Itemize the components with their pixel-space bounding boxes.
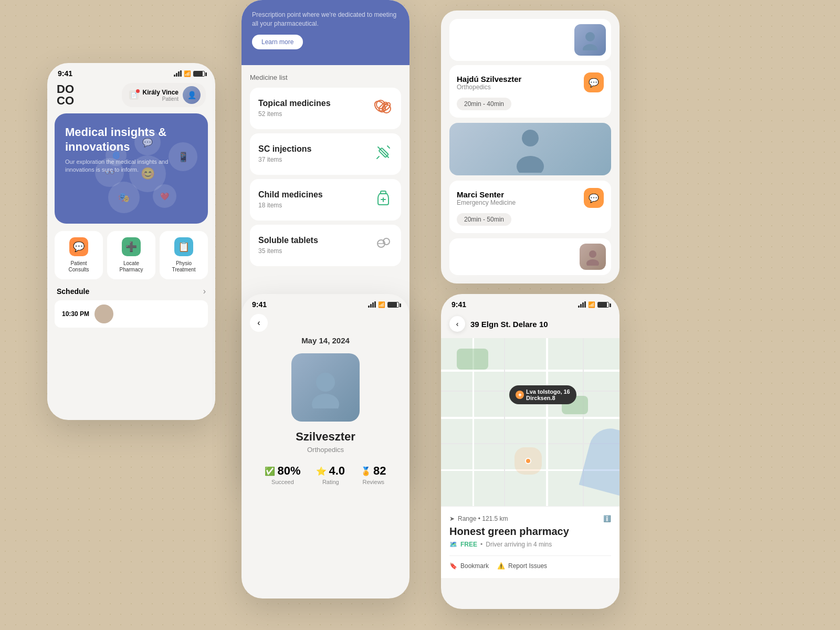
pharmacy-actions: 🔖 Bookmark ⚠️ Report Issues — [449, 555, 611, 570]
section-label: Medicine list — [250, 74, 401, 81]
svg-point-22 — [586, 259, 599, 266]
physio-treatment-button[interactable]: 📋 PhysioTreatment — [160, 231, 208, 279]
bookmark-button[interactable]: 🔖 Bookmark — [449, 562, 489, 570]
pharmacy-meta: 🗺️ FREE • Driver arriving in 4 mins — [449, 541, 611, 548]
stat-reviews-value: 🏅 82 — [361, 464, 386, 478]
doc-emoji: 📄 — [131, 92, 137, 98]
consults-icon: 💬 — [69, 237, 88, 256]
pharmacy-info: ➤ Range • 121.5 km ℹ️ Honest green pharm… — [441, 506, 620, 578]
heart-icon: ❤️ — [153, 184, 176, 208]
phone1-main: 9:41 📶 DOCO 📄 Király Vince Patient 👤 — [47, 63, 215, 420]
doctor-name: Szilveszter — [242, 430, 410, 444]
doctor-info-text-2: Marci Senter Emergency Medicine — [457, 190, 516, 206]
road-h1 — [441, 370, 620, 372]
doctor-info-1: Hajdú Szilveszter Orthopedics — [457, 75, 521, 91]
stat-rating-value: ⭐ 4.0 — [316, 464, 345, 478]
schedule-label: Schedule — [57, 287, 89, 296]
doctor-avatar-top — [574, 24, 606, 56]
report-button[interactable]: ⚠️ Report Issues — [497, 562, 547, 570]
schedule-item[interactable]: 10:30 PM — [55, 300, 208, 328]
locate-pharmacy-button[interactable]: ➕ LocatePharmacy — [107, 231, 155, 279]
hero-banner: Medical insights & innovations Our explo… — [55, 113, 208, 224]
signal-icon — [174, 70, 182, 77]
medicine-item-injections[interactable]: SC injections 37 items — [250, 133, 401, 175]
doctor-list-item-1[interactable]: Hajdú Szilveszter Orthopedics 💬 20min - … — [449, 65, 611, 118]
status-bar-3: 9:41 📶 — [242, 294, 410, 312]
driver-info: Driver arriving in 4 mins — [486, 541, 552, 548]
user-role: Patient — [143, 96, 178, 102]
medicine-name: SC injections — [258, 144, 311, 154]
patient-consults-button[interactable]: 💬 PatientConsults — [55, 231, 103, 279]
svg-point-19 — [522, 130, 539, 146]
back-button-4[interactable]: ‹ — [449, 316, 465, 332]
water-element — [579, 424, 620, 496]
tablet-icon — [374, 234, 393, 257]
svg-point-17 — [585, 32, 595, 41]
dot-sep: • — [480, 541, 482, 548]
hero-subtitle: Our exploration the medical insights and… — [65, 158, 197, 174]
chat-button-1[interactable]: 💬 — [584, 72, 604, 92]
time-badge-2: 20min - 50min — [457, 213, 511, 226]
status-icons-3: 📶 — [368, 301, 399, 308]
phone4-map: 9:41 📶 ‹ 39 Elgn St. Delare 10 — [441, 294, 620, 609]
svg-point-18 — [583, 44, 597, 50]
doctor-photo — [291, 353, 360, 422]
schedule-time: 10:30 PM — [62, 310, 89, 318]
map-container[interactable]: ✦ Lva tolstogo, 16Dircksen.8 — [441, 338, 620, 506]
schedule-avatar — [94, 304, 113, 323]
free-badge: FREE — [460, 541, 477, 548]
medicine-item-topical[interactable]: Topical medicines 52 items — [250, 88, 401, 129]
bookmark-icon: 🔖 — [449, 562, 457, 570]
user-info: Király Vince Patient — [143, 89, 178, 102]
bottle-icon — [374, 188, 393, 211]
medicine-name: Topical medicines — [258, 99, 331, 108]
svg-line-7 — [377, 156, 379, 159]
medicine-count: 35 items — [258, 247, 318, 255]
medicine-hero: Prescription point where we're dedicated… — [242, 0, 410, 65]
battery-icon-4 — [597, 302, 609, 308]
stat-rating-label: Rating — [316, 479, 345, 485]
medicine-count: 52 items — [258, 110, 331, 118]
schedule-arrow-icon[interactable]: › — [203, 287, 206, 296]
info-icon[interactable]: ℹ️ — [603, 515, 611, 522]
map-icon: 🗺️ — [449, 541, 457, 548]
doctor-name-1: Hajdú Szilveszter — [457, 75, 521, 83]
doctor-photo-large-1 — [449, 123, 611, 175]
svg-point-21 — [589, 250, 596, 258]
medicine-hero-desc: Prescription point where we're dedicated… — [252, 10, 399, 28]
status-icons-1: 📶 — [174, 70, 205, 77]
consults-label: PatientConsults — [59, 260, 99, 273]
medicine-item-info: Child medicines 18 items — [258, 190, 323, 209]
map-pin-label: Lva tolstogo, 16Dircksen.8 — [526, 388, 570, 401]
doctor-specialty: Orthopedics — [242, 446, 410, 454]
physio-label: PhysioTreatment — [164, 260, 204, 273]
doctor-row-2: Marci Senter Emergency Medicine 💬 — [457, 188, 604, 208]
doctor-specialty-1: Orthopedics — [457, 83, 521, 91]
medicine-item-tablets[interactable]: Soluble tablets 35 items — [250, 225, 401, 266]
chat-button-2[interactable]: 💬 — [584, 188, 604, 208]
user-pill[interactable]: 📄 Király Vince Patient 👤 — [122, 83, 206, 107]
stat-rating: ⭐ 4.0 Rating — [316, 464, 345, 485]
status-bar-4: 9:41 📶 — [441, 294, 620, 312]
battery-icon — [193, 71, 205, 77]
back-button-3[interactable]: ‹ — [250, 314, 268, 332]
stat-reviews: 🏅 82 Reviews — [361, 464, 386, 485]
stat-succeed-label: Succeed — [265, 479, 300, 485]
learn-more-button[interactable]: Learn more — [252, 35, 303, 49]
medicine-item-child[interactable]: Child medicines 18 items — [250, 179, 401, 220]
range-text: Range • 121.5 km — [458, 515, 508, 522]
medicine-list: Medicine list Topical medicines 52 items — [242, 65, 410, 279]
time-badge-1: 20min - 40min — [457, 98, 511, 110]
medicine-item-info: Topical medicines 52 items — [258, 99, 331, 118]
status-time-4: 9:41 — [452, 300, 466, 309]
doctor-large-photo-1 — [449, 123, 611, 175]
stat-reviews-label: Reviews — [361, 479, 386, 485]
wifi-icon: 📶 — [184, 70, 191, 77]
doctor-list-item-2[interactable]: Marci Senter Emergency Medicine 💬 20min … — [449, 181, 611, 233]
map-address: 39 Elgn St. Delare 10 — [470, 320, 548, 329]
medicine-name: Soluble tablets — [258, 236, 318, 245]
road-h3 — [441, 417, 620, 419]
pharmacy-label: LocatePharmacy — [111, 260, 151, 273]
succeed-icon: ✅ — [265, 466, 275, 476]
status-time-3: 9:41 — [252, 300, 267, 309]
